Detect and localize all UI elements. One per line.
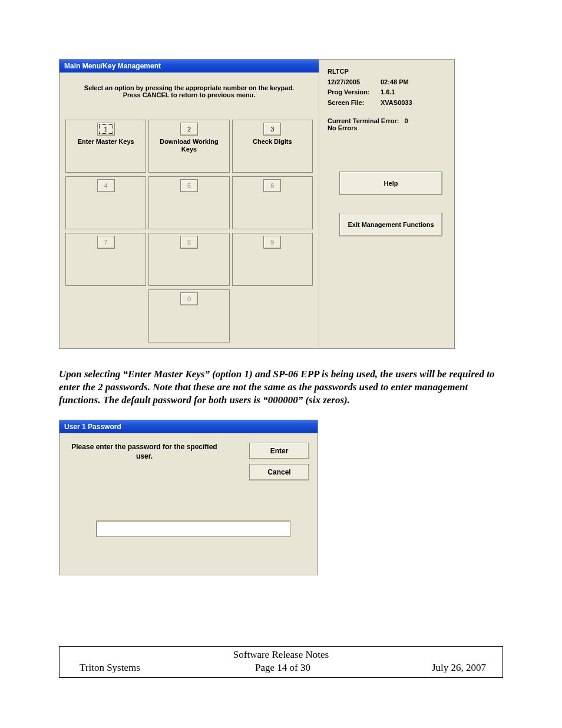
prog-version-label: Prog Version: [328, 87, 381, 98]
exit-management-button[interactable]: Exit Management Functions [339, 213, 442, 236]
keypad-button-3[interactable]: 3 [263, 123, 281, 136]
system-date: 12/27/2005 [328, 77, 381, 88]
terminal-error-label: Current Terminal Error: [328, 117, 399, 124]
keypad-button-1[interactable]: 1 [97, 123, 115, 136]
system-time: 02:48 PM [381, 77, 409, 88]
enter-button[interactable]: Enter [249, 443, 309, 459]
instruction-text: Select an option by pressing the appropr… [65, 81, 313, 103]
screen-file-label: Screen File: [328, 98, 381, 108]
window-title: Main Menu/Key Management [59, 60, 319, 73]
footer-company: Triton Systems [80, 662, 197, 674]
keypad-button-8: 8 [180, 236, 198, 249]
keypad-button-4: 4 [97, 179, 115, 192]
keypad-cell-1: 1 Enter Master Keys [65, 120, 146, 173]
dialog-title: User 1 Password [59, 420, 318, 433]
keypad-cell-5: 5 [148, 176, 229, 229]
keypad-cell-0: 0 [148, 289, 229, 342]
keypad-cell-4: 4 [65, 176, 146, 229]
keypad-label-2: Download Working Keys [149, 138, 229, 153]
keypad-button-0: 0 [180, 292, 198, 305]
keypad-cell-6: 6 [232, 176, 313, 229]
screen-file-value: XVAS0033 [381, 98, 412, 108]
keypad-cell-2: 2 Download Working Keys [148, 120, 229, 173]
program-name: RLTCP [328, 67, 446, 77]
keypad-panel: Main Menu/Key Management Select an optio… [59, 60, 319, 348]
instruction-line2: Press CANCEL to return to previous menu. [69, 91, 309, 98]
keypad-cell-8: 8 [148, 233, 229, 286]
keypad-button-9: 9 [263, 236, 281, 249]
document-page: Main Menu/Key Management Select an optio… [0, 0, 562, 701]
keypad-button-2[interactable]: 2 [180, 123, 198, 136]
keypad-button-7: 7 [97, 236, 115, 249]
cancel-button[interactable]: Cancel [249, 464, 309, 480]
keypad-cell-7: 7 [65, 233, 146, 286]
keypad-label-1: Enter Master Keys [75, 138, 137, 146]
release-note-paragraph: Upon selecting “Enter Master Keys” (opti… [59, 368, 503, 407]
password-dialog: User 1 Password Please enter the passwor… [59, 420, 318, 575]
keypad-label-3: Check Digits [250, 138, 295, 146]
keypad-button-5: 5 [180, 179, 198, 192]
keypad-cell-9: 9 [232, 233, 313, 286]
prog-version-value: 1.6.1 [381, 87, 395, 98]
status-panel: RLTCP 12/27/2005 02:48 PM Prog Version: … [319, 60, 454, 348]
footer-page-number: Page 14 of 30 [197, 662, 368, 674]
keypad-grid: 1 Enter Master Keys 2 Download Working K… [65, 120, 313, 342]
password-input[interactable] [96, 521, 290, 537]
key-management-window: Main Menu/Key Management Select an optio… [59, 59, 455, 349]
page-footer: Software Release Notes Triton Systems Pa… [59, 646, 503, 678]
footer-doc-title: Software Release Notes [65, 648, 497, 662]
keypad-cell-3: 3 Check Digits [232, 120, 313, 173]
help-button[interactable]: Help [339, 172, 442, 195]
terminal-error-box: Current Terminal Error: 0 No Errors [328, 117, 446, 136]
dialog-message: Please enter the password for the specif… [68, 443, 221, 461]
instruction-line1: Select an option by pressing the appropr… [69, 84, 309, 91]
keypad-button-6: 6 [263, 179, 281, 192]
terminal-error-value: 0 [405, 117, 408, 124]
system-info: RLTCP 12/27/2005 02:48 PM Prog Version: … [328, 67, 446, 108]
terminal-error-status: No Errors [328, 124, 358, 131]
footer-date: July 26, 2007 [368, 662, 486, 674]
